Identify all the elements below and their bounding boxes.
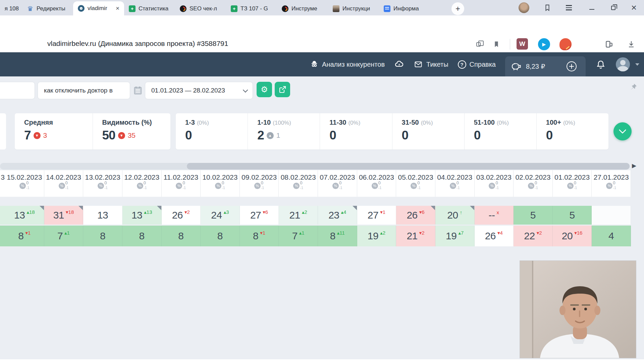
- tab-vladimirbelev-active[interactable]: vladimir ×: [73, 1, 124, 15]
- keyword-filter-input[interactable]: [38, 82, 130, 99]
- position-cell[interactable]: 22▾2: [514, 226, 553, 246]
- new-tab-button[interactable]: +: [451, 2, 464, 15]
- summary-card[interactable]: 31-50(0%)0: [392, 113, 465, 149]
- date-column-header[interactable]: 12.02.2023 % 0-1: [122, 170, 162, 197]
- summary-card[interactable]: 11-30(0%)0: [320, 113, 392, 149]
- window-minimize-button[interactable]: [585, 0, 598, 15]
- video-speed-extension-icon[interactable]: ▶: [538, 38, 550, 50]
- summary-card[interactable]: Видимость (%)50▼35: [93, 113, 171, 149]
- tab-close-icon[interactable]: ×: [116, 5, 119, 12]
- tab-instruments[interactable]: Инструме: [277, 2, 328, 15]
- tab-tz-107[interactable]: + ТЗ 107 - G: [226, 2, 277, 15]
- competitor-analysis-link[interactable]: Анализ конкурентов: [310, 60, 385, 69]
- bookmarks-panel-icon[interactable]: [541, 0, 554, 15]
- position-cell[interactable]: 20↑: [435, 206, 475, 225]
- position-cell[interactable]: 20▾16: [553, 226, 592, 246]
- position-cell[interactable]: [592, 206, 631, 225]
- date-column-header[interactable]: 14.02.2023 % 0-1: [44, 170, 84, 197]
- position-cell[interactable]: 24▴3: [201, 206, 240, 225]
- summary-card[interactable]: 100+(0%)0: [537, 113, 608, 149]
- position-cell[interactable]: 26▾6: [396, 206, 435, 225]
- summary-card[interactable]: 1-3(0%)0: [176, 113, 248, 149]
- tab-statistics[interactable]: + Статистика: [124, 2, 175, 15]
- tab-seo-checklist[interactable]: SEO чек-л: [175, 2, 226, 15]
- window-maximize-button[interactable]: [606, 0, 620, 15]
- position-cell[interactable]: --x: [475, 206, 514, 225]
- top-up-balance-icon[interactable]: [567, 61, 577, 71]
- date-column-header[interactable]: 13.02.2023 % 0-1: [83, 170, 122, 197]
- date-column-header[interactable]: 02.02.2023 % 0-1: [514, 170, 553, 197]
- export-button[interactable]: [275, 82, 290, 97]
- position-cell[interactable]: 27▾1: [357, 206, 396, 225]
- pin-icon[interactable]: [630, 83, 637, 90]
- notifications-button[interactable]: [595, 60, 606, 69]
- horizontal-scrollbar[interactable]: [0, 163, 630, 170]
- position-cell[interactable]: 5: [514, 206, 553, 225]
- seo-extension-icon[interactable]: [559, 38, 572, 50]
- expand-summary-button[interactable]: [613, 122, 632, 140]
- position-cell[interactable]: 8: [83, 226, 122, 246]
- tickets-link[interactable]: Тикеты: [414, 60, 448, 68]
- position-cell[interactable]: 31▾18: [44, 206, 84, 225]
- position-cell[interactable]: 21▾2: [396, 226, 435, 246]
- position-cell[interactable]: 8▴11: [318, 226, 357, 246]
- date-column-header[interactable]: 07.02.2023 % 0-1: [318, 170, 357, 197]
- position-cell[interactable]: 8: [201, 226, 240, 246]
- date-column-header[interactable]: 05.02.2023 % 0-1: [396, 170, 435, 197]
- position-cell[interactable]: 26▾2: [162, 206, 201, 225]
- browser-menu-icon[interactable]: [562, 0, 576, 15]
- position-cell[interactable]: 13▴18: [5, 206, 44, 225]
- clipboard-extension-icon[interactable]: [603, 38, 615, 50]
- bookmark-icon[interactable]: [490, 38, 502, 50]
- word-extension-icon[interactable]: W: [517, 38, 528, 50]
- date-column-header[interactable]: 11.02.2023 % 0-1: [162, 170, 201, 197]
- scrollbar-thumb[interactable]: [187, 163, 630, 170]
- summary-card[interactable]: Средняя7▼3: [15, 113, 93, 149]
- date-column-header[interactable]: 03.02.2023 % 0-1: [475, 170, 514, 197]
- date-column-header[interactable]: 27.01.2023 % 0-1: [592, 170, 631, 197]
- change-down: ▾6: [419, 209, 425, 215]
- position-cell[interactable]: 19▴2: [357, 226, 396, 246]
- date-range-select[interactable]: 01.01.2023 — 28.02.2023: [145, 82, 253, 99]
- tab-instructions[interactable]: Инструкци: [328, 2, 379, 15]
- help-link[interactable]: ? Справка: [458, 60, 496, 69]
- position-cell[interactable]: 13▴13: [122, 206, 162, 225]
- account-menu[interactable]: [616, 57, 639, 71]
- position-cell[interactable]: 13: [83, 206, 122, 225]
- position-cell[interactable]: 7▴1: [279, 226, 318, 246]
- date-column-header[interactable]: 08.02.2023 % 0-1: [279, 170, 318, 197]
- position-cell[interactable]: 26▾4: [475, 226, 514, 246]
- summary-card[interactable]: 1-10(100%)2▲1: [248, 113, 320, 149]
- position-cell[interactable]: 8▾1: [240, 226, 279, 246]
- position-cell[interactable]: 19▴7: [435, 226, 475, 246]
- tab-redirects[interactable]: ♛ Редиректы: [22, 2, 73, 15]
- date-column-header[interactable]: 01.02.2023 % 0-1: [553, 170, 592, 197]
- settings-button[interactable]: ⚙: [257, 82, 272, 97]
- position-cell[interactable]: 5: [553, 206, 592, 225]
- summary-card[interactable]: 51-100(0%)0: [465, 113, 537, 149]
- position-cell[interactable]: 8: [162, 226, 201, 246]
- balance-widget[interactable]: 8,23 ₽: [505, 56, 586, 76]
- date-column-header[interactable]: 04.02.2023 % 0-1: [435, 170, 475, 197]
- duplicate-tab-icon[interactable]: [472, 38, 484, 50]
- browser-profile-avatar[interactable]: [519, 2, 529, 13]
- position-cell[interactable]: 8: [122, 226, 162, 246]
- position-cell[interactable]: 8▾1: [5, 226, 44, 246]
- change-up: ▴2: [302, 209, 307, 215]
- tab-information[interactable]: Информа: [379, 2, 430, 15]
- position-cell[interactable]: 7▴1: [44, 226, 84, 246]
- tab-partial[interactable]: я 108: [0, 2, 22, 15]
- position-cell[interactable]: 27▾6: [240, 206, 279, 225]
- scroll-right-icon[interactable]: ▶: [632, 162, 636, 169]
- window-close-button[interactable]: ×: [627, 0, 641, 15]
- date-column-header[interactable]: 10.02.2023 % 0-1: [201, 170, 240, 197]
- date-column-header[interactable]: 15.02.2023 % 0-1: [5, 170, 44, 197]
- cloud-updates-button[interactable]: [394, 60, 404, 69]
- position-cell[interactable]: 4: [592, 226, 631, 246]
- date-column-header[interactable]: 09.02.2023 % 0-1: [240, 170, 279, 197]
- date-column-header[interactable]: 06.02.2023 % 0-1: [357, 170, 396, 197]
- position-cell[interactable]: 23▴4: [318, 206, 357, 225]
- filter-left-stub[interactable]: [0, 82, 35, 99]
- download-icon[interactable]: [625, 38, 637, 50]
- position-cell[interactable]: 21▴2: [279, 206, 318, 225]
